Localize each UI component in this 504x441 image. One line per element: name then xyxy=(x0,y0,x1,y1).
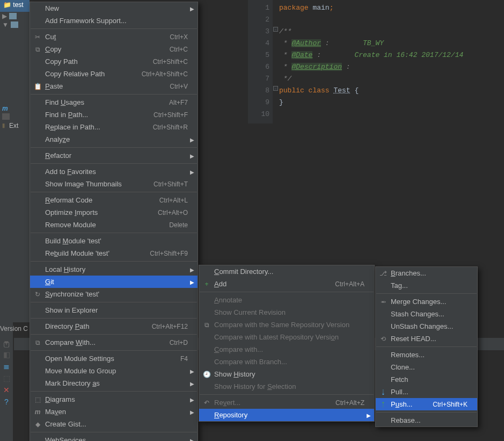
menu-item-label: Reset HEAD... xyxy=(391,335,468,343)
menu-separator xyxy=(31,391,197,392)
context-menu-git[interactable]: Commit Directory...+AddCtrl+Alt+AAnnotat… xyxy=(199,265,375,422)
menu-item-label: Show Current Revision xyxy=(214,308,364,316)
menu-item-tag[interactable]: Tag... xyxy=(376,279,477,292)
menu-item-build-module-test[interactable]: Build Module 'test' xyxy=(30,235,198,247)
line-number: 5 xyxy=(248,49,269,61)
menu-item-unstash-changes[interactable]: UnStash Changes... xyxy=(376,320,477,332)
menu-item-label: Merge Changes... xyxy=(391,298,468,306)
menu-item-label: Analyze xyxy=(45,135,188,143)
menu-item-reset-head[interactable]: ⟲Reset HEAD... xyxy=(376,332,477,345)
code-editor[interactable]: 1 2 3 4 5 6 7 8 9 10 - - package main; /… xyxy=(248,0,504,124)
menu-item-copy-path[interactable]: Copy PathCtrl+Shift+C xyxy=(30,55,198,68)
menu-shortcut: Delete xyxy=(169,221,188,229)
compare-with-the-same-repository-version-icon: ⧉ xyxy=(202,321,211,329)
version-control-label[interactable]: Version C xyxy=(0,325,28,332)
menu-separator xyxy=(31,302,197,302)
menu-item-copy[interactable]: ⧉CopyCtrl+C xyxy=(30,43,198,55)
menu-item-label: Replace in Path... xyxy=(45,123,140,131)
menu-item-create-gist[interactable]: ◆Create Gist... xyxy=(30,418,198,430)
menu-item-label: Copy xyxy=(45,45,157,53)
menu-item-label: Add to Favorites xyxy=(45,168,188,176)
menu-item-add[interactable]: +AddCtrl+Alt+A xyxy=(199,278,374,290)
project-tree[interactable]: ▶ ▼ m ⫴Ext xyxy=(0,12,23,131)
menu-item-webservices[interactable]: WebServices▶ xyxy=(30,434,198,441)
menu-item-show-history[interactable]: 🕘Show History xyxy=(199,368,374,380)
maven-icon: m xyxy=(33,408,42,416)
menu-item-maven[interactable]: mMaven▶ xyxy=(30,406,198,418)
menu-item-label: Show History xyxy=(214,370,364,378)
menu-item-compare-with[interactable]: ⧉Compare With...Ctrl+D xyxy=(30,336,198,349)
menu-item-directory-path[interactable]: Directory PathCtrl+Alt+F12 xyxy=(30,320,198,332)
menu-item-cut[interactable]: ✂CutCtrl+X xyxy=(30,31,198,43)
menu-item-optimize-imports[interactable]: Optimize ImportsCtrl+Alt+O xyxy=(30,206,198,219)
menu-item-reformat-code[interactable]: Reformat CodeCtrl+Alt+L xyxy=(30,194,198,206)
menu-item-diagrams[interactable]: ⬚Diagrams▶ xyxy=(30,393,198,406)
menu-item-show-in-explorer[interactable]: Show in Explorer xyxy=(30,304,198,316)
menu-item-analyze[interactable]: Analyze▶ xyxy=(30,133,198,146)
menu-item-commit-directory[interactable]: Commit Directory... xyxy=(199,265,374,278)
menu-item-repository[interactable]: Repository▶ xyxy=(199,409,374,421)
context-menu-repository[interactable]: ⎇Branches...Tag...⥇Merge Changes...Stash… xyxy=(375,266,478,427)
folder-icon xyxy=(11,21,18,28)
fold-marker[interactable]: - xyxy=(273,27,278,32)
tool-window-icon[interactable]: ▢ xyxy=(0,337,13,350)
doc-tag: @Author xyxy=(291,39,321,47)
menu-item-mark-directory-as[interactable]: Mark Directory as▶ xyxy=(30,377,198,389)
doc-value: Create in 16:42 2017/12/14 xyxy=(354,51,463,59)
toggle-icon[interactable]: ◧ xyxy=(3,350,10,359)
menu-item-refactor[interactable]: Refactor▶ xyxy=(30,149,198,162)
menu-item-rebuild-module-test[interactable]: Rebuild Module 'test'Ctrl+Shift+F9 xyxy=(30,247,198,259)
project-header[interactable]: 📁 test xyxy=(0,0,30,12)
comment: * xyxy=(279,39,291,47)
fold-marker[interactable]: - xyxy=(273,86,278,91)
menu-item-open-module-settings[interactable]: Open Module SettingsF4 xyxy=(30,352,198,365)
menu-item-stash-changes[interactable]: Stash Changes... xyxy=(376,308,477,320)
help-icon[interactable]: ? xyxy=(4,397,9,406)
menu-item-copy-relative-path[interactable]: Copy Relative PathCtrl+Alt+Shift+C xyxy=(30,68,198,80)
menu-item-label: Compare with Branch... xyxy=(214,358,364,366)
menu-item-rebase[interactable]: Rebase... xyxy=(376,414,477,426)
menu-item-remotes[interactable]: Remotes... xyxy=(376,349,477,361)
keyword: class xyxy=(309,86,334,95)
menu-item-replace-in-path[interactable]: Replace in Path...Ctrl+Shift+R xyxy=(30,121,198,133)
menu-item-paste[interactable]: 📋PasteCtrl+V xyxy=(30,80,198,92)
menu-item-label: Pull... xyxy=(391,388,468,396)
menu-item-label: Rebase... xyxy=(391,416,468,424)
menu-item-clone[interactable]: Clone... xyxy=(376,361,477,373)
comment: * xyxy=(279,63,291,71)
menu-item-pull[interactable]: ⭭Pull... xyxy=(376,386,477,398)
menu-item-add-to-favorites[interactable]: Add to Favorites▶ xyxy=(30,165,198,178)
menu-separator xyxy=(31,94,197,95)
menu-item-label: Mark Directory as xyxy=(45,379,188,387)
comment: */ xyxy=(279,75,291,83)
menu-item-branches[interactable]: ⎇Branches... xyxy=(376,267,477,279)
menu-item-label: Compare With... xyxy=(45,338,157,346)
menu-item-find-in-path[interactable]: Find in Path...Ctrl+Shift+F xyxy=(30,109,198,121)
menu-item-local-history[interactable]: Local History▶ xyxy=(30,263,198,276)
settings-icon[interactable]: ⬚ xyxy=(3,374,10,382)
close-icon[interactable]: ✕ xyxy=(3,386,10,394)
line-number: 10 xyxy=(248,109,269,120)
menu-item-find-usages[interactable]: Find UsagesAlt+F7 xyxy=(30,96,198,109)
context-menu-main[interactable]: New▶Add Framework Support...✂CutCtrl+X⧉C… xyxy=(30,2,198,441)
diff-icon[interactable]: ≣ xyxy=(3,362,10,371)
keyword: public xyxy=(279,86,309,95)
menu-item-new[interactable]: New▶ xyxy=(30,2,198,15)
menu-item-synchronize-test[interactable]: ↻Synchronize 'test' xyxy=(30,288,198,300)
code-area[interactable]: package main; /** * @Author : TB_WY * @D… xyxy=(279,0,504,109)
menu-item-git[interactable]: Git▶ xyxy=(30,276,198,288)
menu-shortcut: Ctrl+Alt+L xyxy=(159,197,188,204)
menu-item-fetch[interactable]: Fetch xyxy=(376,373,477,386)
menu-item-label: Create Gist... xyxy=(45,420,188,428)
menu-item-label: Push... xyxy=(391,400,420,408)
menu-item-merge-changes[interactable]: ⥇Merge Changes... xyxy=(376,295,477,308)
menu-item-remove-module[interactable]: Remove ModuleDelete xyxy=(30,219,198,231)
menu-item-show-image-thumbnails[interactable]: Show Image ThumbnailsCtrl+Shift+T xyxy=(30,178,198,190)
menu-item-label: Move Module to Group xyxy=(45,367,188,375)
menu-item-move-module-to-group[interactable]: Move Module to Group▶ xyxy=(30,365,198,377)
menu-item-add-framework-support[interactable]: Add Framework Support... xyxy=(30,15,198,27)
submenu-arrow-icon: ▶ xyxy=(190,279,194,285)
menu-item-label: Maven xyxy=(45,408,188,416)
menu-item-push[interactable]: ⭫Push...Ctrl+Shift+K xyxy=(376,398,477,410)
synchronize-test-icon: ↻ xyxy=(33,290,42,299)
